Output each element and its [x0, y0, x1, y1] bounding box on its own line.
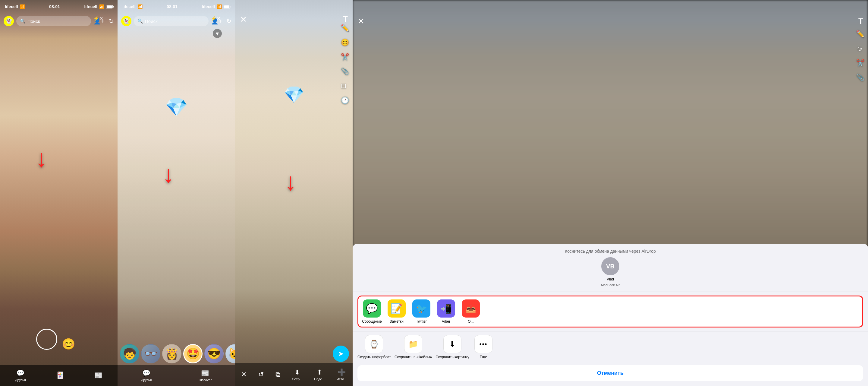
replay-action-3[interactable]: ↺	[258, 370, 264, 379]
airdrop-contact-vlad[interactable]: VB Vlad MacBook Air	[601, 257, 620, 287]
arrow-down-1: ↓	[35, 147, 47, 171]
paperclip-icon-3[interactable]: 📎	[341, 67, 349, 76]
savephoto-icon: ⬇	[443, 335, 461, 353]
arrow-down-3: ↓	[284, 170, 297, 194]
signal-1: 📶	[99, 4, 104, 9]
app-twitter[interactable]: 🐦 Twitter	[411, 299, 432, 324]
camera-background-1	[0, 0, 118, 386]
twitter-label: Twitter	[416, 319, 427, 324]
action-more[interactable]: ••• Еще	[473, 335, 494, 359]
battery-2	[224, 5, 230, 8]
share-action-3[interactable]: ⬆ Поде...	[314, 368, 325, 381]
action-bar-3: ✕ ↺ ⧉ ⬇ Сохр... ⬆ Поде... ➕ Исто...	[235, 363, 352, 386]
panel-snapchat-2: 💎 lifecell 📶 08:01 lifecell 📶 👻 🔍 Поиск …	[118, 0, 235, 386]
wifi-2: 📶	[137, 4, 143, 9]
airdrop-name-vlad: Vlad	[607, 277, 614, 281]
share-sheet: Коснитесь для обмена данными через AirDr…	[352, 244, 868, 386]
crop-icon-3[interactable]: ⊟	[341, 82, 349, 90]
filter-item-face3[interactable]: 👸	[162, 344, 181, 363]
expand-filters-btn[interactable]: ▾	[213, 29, 222, 38]
panel-snapchat-3: 💎 ✕ T ✏️ 😊 ✂️ 📎 ⊟ 🕐 ↓ ✕ ↺ ⧉ ⬇ Сохр... ⬆ …	[235, 0, 352, 386]
search-bar-2[interactable]: 🔍 Поиск	[134, 16, 209, 26]
sticker-icon-4[interactable]: ☺	[856, 44, 864, 53]
status-left-1: lifecell 📶	[5, 4, 25, 9]
actions-row: ⌚ Создать циферблат 📁 Сохранить в «Файлы…	[358, 335, 863, 359]
filter-item-face2[interactable]: 👓	[141, 344, 160, 363]
share-label-3: Поде...	[314, 377, 325, 381]
status-right-1: lifecell 📶	[84, 4, 113, 9]
rotate-icon-2[interactable]: ↻	[226, 18, 231, 25]
story-action-3[interactable]: ➕ Исто...	[337, 368, 347, 381]
flash-indicator-1: ⚡✕	[93, 16, 103, 22]
filter-item-face6[interactable]: 🐱	[225, 344, 235, 363]
save-icon-3: ⬇	[294, 368, 300, 376]
time-1: 08:01	[49, 4, 60, 9]
scissors-icon-3[interactable]: ✂️	[341, 53, 349, 61]
app-notes[interactable]: 📝 Заметки	[386, 299, 407, 324]
text-btn-3[interactable]: T	[343, 14, 348, 24]
rotate-icon-1[interactable]: ↻	[109, 18, 114, 25]
files-icon: 📁	[404, 335, 422, 353]
other-icon: 📤	[462, 299, 480, 318]
duplicate-action-3[interactable]: ⧉	[276, 370, 280, 379]
action-bar-2: 💬 Друзья 📰 Discover	[118, 365, 235, 386]
sticker-icon-3[interactable]: 😊	[341, 38, 349, 47]
app-messages[interactable]: 💬 Сообщение	[361, 299, 382, 324]
close-btn-3[interactable]: ✕	[240, 14, 247, 24]
action-watchface[interactable]: ⌚ Создать циферблат	[358, 335, 391, 359]
carrier-1: lifecell	[5, 4, 18, 9]
edit-tools-4: ✏️ ☺ ✂️ 📎	[856, 30, 864, 82]
friends-icon-2: 💬	[142, 369, 150, 377]
save-label-3: Сохр...	[292, 377, 303, 381]
app-other[interactable]: 📤 О...	[460, 299, 481, 324]
snap-logo-1[interactable]: 👻	[4, 16, 14, 26]
pencil-icon-3[interactable]: ✏️	[341, 24, 349, 32]
panel4-topbar: ✕ T	[352, 13, 868, 29]
paperclip-icon-4[interactable]: 📎	[856, 73, 864, 82]
cancel-btn[interactable]: Отменить	[358, 365, 863, 381]
action-savephoto[interactable]: ⬇ Сохранить картинку	[435, 335, 469, 359]
filter-item-face1[interactable]: 🧒	[120, 344, 139, 363]
close-action-3[interactable]: ✕	[241, 370, 247, 379]
status-right-2: lifecell 📶	[202, 4, 230, 9]
filter-row-1	[0, 343, 118, 364]
wifi-icon-1: 📶	[20, 4, 25, 9]
viber-icon: 📲	[437, 299, 455, 318]
send-btn-3[interactable]: ➤	[333, 346, 349, 362]
snap-logo-2[interactable]: 👻	[121, 16, 131, 26]
scissors-icon-4[interactable]: ✂️	[856, 59, 864, 67]
airdrop-contacts: VB Vlad MacBook Air	[358, 257, 863, 287]
close-btn-4[interactable]: ✕	[358, 16, 364, 26]
discover-label-2: Discover	[198, 378, 212, 382]
discover-nav-2[interactable]: 📰 Discover	[198, 369, 212, 382]
pencil-icon-4[interactable]: ✏️	[856, 30, 864, 38]
more-label: Еще	[480, 355, 487, 359]
nav-discover-1[interactable]: 📰	[94, 372, 102, 379]
save-action-3[interactable]: ⬇ Сохр...	[292, 368, 303, 381]
filter-row-2: 🧒 👓 👸 🤩 😎 🐱 😄	[118, 343, 235, 364]
messages-label: Сообщение	[362, 319, 381, 324]
story-icon-3: ➕	[338, 368, 346, 376]
story-label-3: Исто...	[337, 377, 347, 381]
filter-item-face5[interactable]: 😎	[204, 344, 224, 363]
carrier2-2: lifecell	[202, 4, 215, 9]
nav-friends-1[interactable]: 💬 Друзья	[15, 369, 26, 382]
timer-icon-3[interactable]: 🕐	[341, 96, 349, 105]
bottom-nav-1: 💬 Друзья 🃏 📰	[0, 365, 118, 386]
panel-snapchat-1: lifecell 📶 08:01 lifecell 📶 👻 🔍 Поиск 👤+…	[0, 0, 118, 386]
search-bar-1[interactable]: 🔍 Поиск	[16, 16, 91, 26]
files-label: Сохранить в «Файлы»	[395, 355, 432, 359]
panel-share-sheet: ✕ T ✏️ ☺ ✂️ 📎 ➤ Отправить Коснитесь для …	[352, 0, 868, 386]
action-files[interactable]: 📁 Сохранить в «Файлы»	[395, 335, 432, 359]
nav-cards-1[interactable]: 🃏	[56, 372, 64, 379]
notes-label: Заметки	[390, 319, 404, 324]
friends-nav-2[interactable]: 💬 Друзья	[141, 369, 152, 382]
airdrop-title: Коснитесь для обмена данными через AirDr…	[358, 249, 863, 254]
app-viber[interactable]: 📲 Viber	[435, 299, 457, 324]
text-btn-4[interactable]: T	[858, 17, 863, 26]
twitter-icon: 🐦	[412, 299, 430, 318]
apps-row: 💬 Сообщение 📝 Заметки 🐦 Twitter	[358, 296, 863, 327]
signal-2: 📶	[217, 4, 222, 9]
actions-section: ⌚ Создать циферблат 📁 Сохранить в «Файлы…	[352, 331, 868, 363]
filter-item-face4[interactable]: 🤩	[183, 344, 203, 363]
